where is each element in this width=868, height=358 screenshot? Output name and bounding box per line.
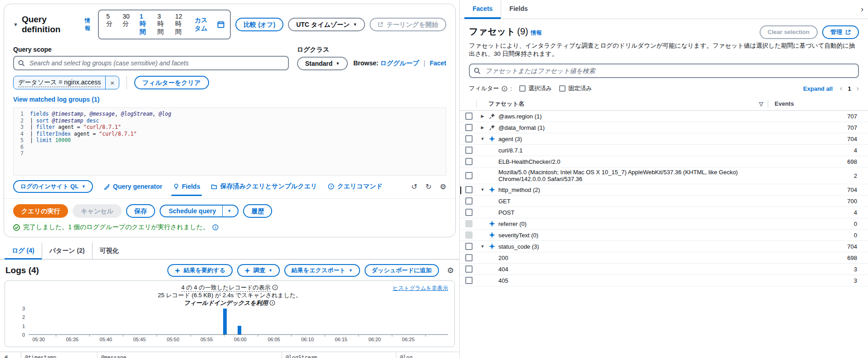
info-link[interactable]: 情報 xyxy=(85,17,94,32)
schedule-query-caret[interactable]: ▼ xyxy=(223,205,239,217)
investigate-button[interactable]: 調査▼ xyxy=(237,264,280,277)
events-column-header[interactable]: Events xyxy=(768,100,868,107)
browse-log-groups-link[interactable]: ロググループ xyxy=(380,59,419,67)
collapse-section-icon[interactable]: ▼ xyxy=(13,22,18,27)
collapse-panel-chevron-icon[interactable]: › xyxy=(861,5,863,14)
hide-histogram-link[interactable]: ヒストグラムを非表示 xyxy=(393,284,448,292)
time-range-option[interactable]: 3時間 xyxy=(153,12,170,37)
logs-settings-gear-icon[interactable]: ⚙ xyxy=(447,266,454,275)
start-tailing-button[interactable]: テーリングを開始 xyxy=(370,18,446,31)
selected-filter-checkbox[interactable] xyxy=(519,85,526,92)
log-column-header[interactable]: @message xyxy=(97,352,282,358)
page-number[interactable]: 1 xyxy=(848,85,851,92)
facet-name[interactable]: severityText (0) xyxy=(498,230,768,240)
next-page-chevron-icon[interactable]: › xyxy=(857,84,859,93)
facet-checkbox[interactable] xyxy=(465,265,473,273)
info-icon[interactable]: i xyxy=(272,284,278,290)
facet-value[interactable]: curl/8.7.1 xyxy=(498,146,768,155)
expand-facet-icon[interactable]: ▼ xyxy=(479,137,486,141)
time-range-option[interactable]: 30分 xyxy=(118,12,134,37)
facet-search-input[interactable] xyxy=(469,64,859,78)
facet-name[interactable]: @aws.region (1) xyxy=(498,112,768,121)
panel-tab[interactable]: Fields xyxy=(501,0,536,19)
expand-facet-icon[interactable]: ▶ xyxy=(479,125,486,130)
time-range-option[interactable]: 12時間 xyxy=(171,12,189,37)
browse-facet-link[interactable]: Facet xyxy=(429,59,446,67)
expand-facet-icon[interactable]: ▶ xyxy=(479,114,486,118)
editor-settings-gear-icon[interactable]: ⚙ xyxy=(440,182,446,191)
prev-page-chevron-icon[interactable]: ‹ xyxy=(840,84,842,93)
results-tab[interactable]: パターン (2) xyxy=(42,243,92,259)
facet-value[interactable]: GET xyxy=(498,196,768,206)
summarize-results-button[interactable]: 結果を要約する xyxy=(167,264,233,277)
undo-icon[interactable]: ↺ xyxy=(411,182,417,191)
info-icon[interactable]: i xyxy=(269,300,275,306)
compare-button[interactable]: 比較 (オフ) xyxy=(235,18,283,31)
facet-name[interactable]: referrer (0) xyxy=(498,219,768,229)
fields-tab[interactable]: Fields xyxy=(173,183,200,190)
saved-queries-tab[interactable]: 保存済みクエリとサンプルクエリ xyxy=(211,182,317,191)
log-column-header[interactable]: @logStream xyxy=(282,352,396,358)
view-matched-log-groups-link[interactable]: View matched log groups (1) xyxy=(13,96,99,103)
redo-icon[interactable]: ↻ xyxy=(425,182,431,191)
facet-checkbox[interactable] xyxy=(465,197,473,205)
facet-checkbox[interactable] xyxy=(465,147,473,154)
histogram-bar[interactable] xyxy=(238,326,241,334)
facet-value[interactable]: 200 xyxy=(498,253,768,263)
facet-checkbox[interactable] xyxy=(465,209,473,216)
time-range-custom[interactable]: カスタム xyxy=(190,15,215,34)
facet-value[interactable]: Mozilla/5.0 (Macintosh; Intel Mac OS X 1… xyxy=(498,167,768,184)
facet-name[interactable]: http_method (2) xyxy=(498,185,768,195)
facet-name[interactable]: @data_format (1) xyxy=(498,123,768,132)
run-query-button[interactable]: クエリの実行 xyxy=(13,204,68,218)
log-column-header[interactable]: @timestamp xyxy=(21,352,97,358)
facet-name[interactable]: status_code (3) xyxy=(498,242,768,251)
facet-name[interactable]: agent (3) xyxy=(498,134,768,144)
query-editor[interactable]: 1fields @timestamp, @message, @logStream… xyxy=(13,108,446,176)
facet-value[interactable]: POST xyxy=(498,208,768,217)
time-range-option[interactable]: 5分 xyxy=(102,12,117,37)
history-button[interactable]: 履歴 xyxy=(243,204,272,218)
add-to-dashboard-button[interactable]: ダッシュボードに追加 xyxy=(365,264,439,277)
facet-value[interactable]: 405 xyxy=(498,276,768,285)
expand-facet-icon[interactable]: ▼ xyxy=(479,187,486,192)
plot-area[interactable] xyxy=(29,309,448,335)
export-results-button[interactable]: 結果をエクスポート▼ xyxy=(284,264,360,277)
info-icon[interactable]: i xyxy=(502,86,507,92)
log-class-select[interactable]: Standard▼ xyxy=(297,57,348,70)
expand-all-link[interactable]: Expand all xyxy=(803,85,833,92)
expand-facet-icon[interactable]: ▼ xyxy=(479,244,486,249)
manage-facets-button[interactable]: 管理 xyxy=(822,25,859,39)
results-tab[interactable]: ログ (4) xyxy=(5,243,42,259)
facet-checkbox[interactable] xyxy=(465,113,473,120)
clear-selection-button[interactable]: Clear selection xyxy=(760,25,818,39)
query-commands-tab[interactable]: ? クエリコマンド xyxy=(328,182,382,191)
facet-checkbox[interactable] xyxy=(465,135,473,142)
facet-value[interactable]: ELB-HealthChecker/2.0 xyxy=(498,157,768,167)
timezone-dropdown[interactable]: UTC タイムゾーン▼ xyxy=(288,18,365,31)
clear-filters-button[interactable]: フィルターをクリア xyxy=(134,76,209,89)
facet-checkbox[interactable] xyxy=(465,172,473,179)
log-column-header[interactable]: @log xyxy=(396,352,459,358)
facet-checkbox[interactable] xyxy=(465,254,473,261)
time-range-option[interactable]: 1時間 xyxy=(135,12,152,37)
facet-checkbox[interactable] xyxy=(465,277,473,284)
save-button[interactable]: 保存 xyxy=(126,204,155,218)
pinned-filter-checkbox[interactable] xyxy=(559,85,566,92)
log-column-header[interactable]: # xyxy=(0,352,21,358)
facet-checkbox[interactable] xyxy=(465,186,473,193)
sort-icon[interactable]: ▽ xyxy=(759,101,763,107)
facet-checkbox[interactable] xyxy=(465,243,473,250)
facet-name-column-header[interactable]: ファセット名 xyxy=(488,100,525,108)
query-generator-tab[interactable]: Query generator xyxy=(104,183,162,190)
cancel-button[interactable]: キャンセル xyxy=(73,204,122,218)
remove-filter-icon[interactable]: × xyxy=(105,76,119,89)
schedule-query-button[interactable]: Schedule query xyxy=(160,205,223,217)
panel-tab[interactable]: Facets xyxy=(464,0,501,19)
query-language-dropdown[interactable]: ログのインサイト QL▼ xyxy=(13,180,93,193)
facet-checkbox[interactable] xyxy=(465,158,473,165)
facet-value[interactable]: 404 xyxy=(498,265,768,274)
log-group-search-input[interactable] xyxy=(13,56,289,70)
histogram-bar[interactable] xyxy=(223,309,227,334)
info-icon[interactable]: i xyxy=(212,224,219,230)
